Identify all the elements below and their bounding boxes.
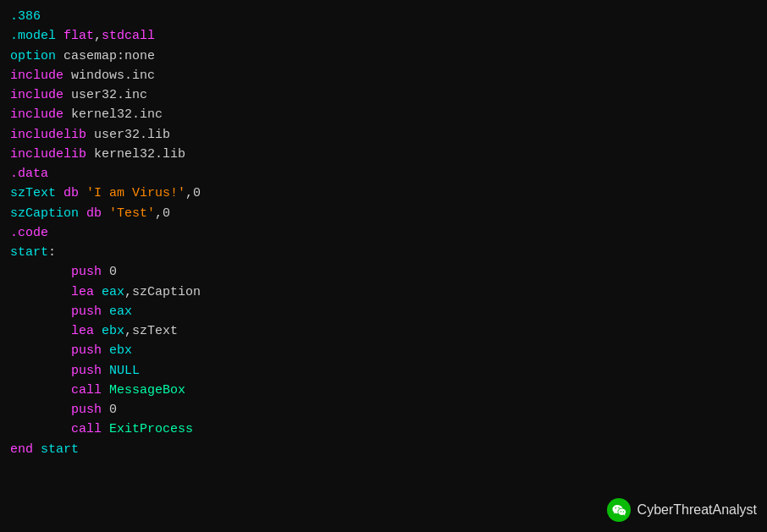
- code-line: includelib user32.lib: [10, 125, 757, 145]
- wechat-icon: [607, 498, 631, 522]
- code-line: push eax: [10, 302, 757, 321]
- watermark-label: CyberThreatAnalyst: [637, 500, 757, 521]
- code-line: includelib kernel32.lib: [10, 145, 757, 164]
- code-line: include user32.inc: [10, 85, 757, 105]
- code-line: .data: [10, 164, 757, 184]
- code-line: push 0: [10, 262, 757, 282]
- code-line: szText db 'I am Virus!',0: [10, 184, 757, 203]
- code-line: .model flat,stdcall: [10, 26, 757, 46]
- code-line: szCaption db 'Test',0: [10, 204, 757, 223]
- code-line: include kernel32.inc: [10, 105, 757, 124]
- code-line: .386: [10, 7, 757, 26]
- code-line: push 0: [10, 400, 757, 420]
- code-line: start:: [10, 243, 757, 262]
- watermark: CyberThreatAnalyst: [607, 498, 757, 522]
- code-line: include windows.inc: [10, 66, 757, 85]
- code-line: call MessageBox: [10, 381, 757, 400]
- code-line: lea eax,szCaption: [10, 282, 757, 302]
- code-line: .code: [10, 223, 757, 243]
- code-line: call ExitProcess: [10, 420, 757, 439]
- code-line: option casemap:none: [10, 47, 757, 66]
- code-line: end start: [10, 440, 757, 459]
- code-line: push ebx: [10, 341, 757, 360]
- code-line: lea ebx,szText: [10, 321, 757, 341]
- code-editor: .386.model flat,stdcalloption casemap:no…: [0, 0, 767, 532]
- code-line: push NULL: [10, 361, 757, 381]
